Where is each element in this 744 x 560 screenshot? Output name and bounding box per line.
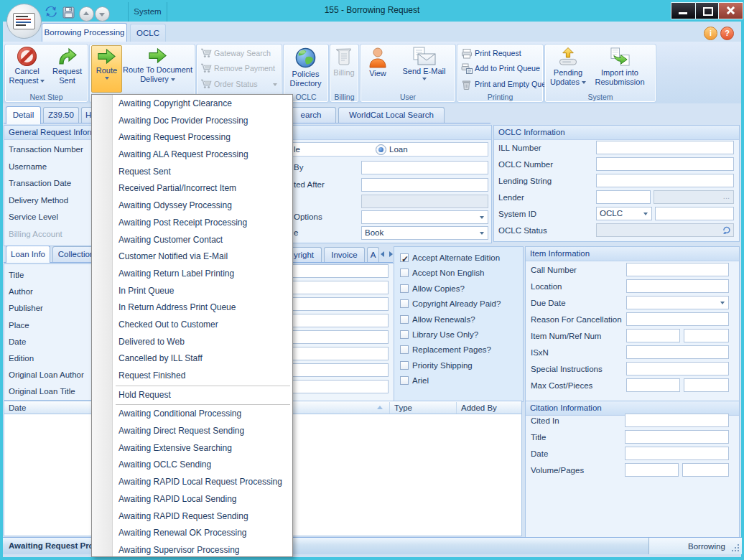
ill-number-input[interactable] <box>596 141 734 154</box>
document-type-dropdown[interactable]: Book <box>361 226 488 240</box>
max-cost-input[interactable] <box>626 378 680 392</box>
pages-input[interactable] <box>682 463 729 477</box>
checkbox-row[interactable]: Allow Renewals? <box>395 312 522 327</box>
about-icon[interactable]: i <box>704 27 717 40</box>
application-button[interactable] <box>6 4 42 39</box>
menu-item[interactable]: Awaiting RAPID Request Sending <box>92 508 292 526</box>
options-dropdown[interactable] <box>361 210 488 224</box>
refresh-button[interactable] <box>45 6 58 21</box>
isxn-input[interactable] <box>626 345 729 359</box>
column-header-added-by[interactable]: Added By <box>461 403 497 413</box>
tab-borrowing-processing[interactable]: Borrowing Processing <box>42 23 127 42</box>
menu-item[interactable]: Awaiting OCLC Sending <box>92 457 292 474</box>
call-number-input[interactable] <box>626 263 729 276</box>
menu-item[interactable]: Awaiting RAPID Local Request Processing <box>92 474 292 491</box>
checkbox-row[interactable]: Copyright Already Paid? <box>395 297 522 312</box>
send-email-button[interactable]: Send E-Mail <box>394 45 454 91</box>
oclc-number-input[interactable] <box>596 157 734 171</box>
special-instructions-input[interactable] <box>626 362 729 375</box>
menu-item[interactable]: Awaiting ALA Request Processing <box>92 146 292 164</box>
citation-date-input[interactable] <box>625 447 729 460</box>
print-and-empty-queue-button[interactable]: Print and Empty Queue <box>460 77 541 92</box>
menu-item[interactable]: Request Finished <box>92 368 292 385</box>
menu-item[interactable]: Awaiting RAPID Local Sending <box>92 491 292 508</box>
policies-directory-button[interactable]: Policies Directory <box>284 45 327 91</box>
pieces-input[interactable] <box>684 378 729 392</box>
help-icon[interactable]: ? <box>720 27 734 40</box>
checkbox[interactable] <box>400 330 409 339</box>
reason-for-cancellation-input[interactable] <box>626 312 729 326</box>
add-to-print-queue-button[interactable]: Add to Print Queue <box>460 61 541 76</box>
column-header-date[interactable]: Date <box>9 403 26 413</box>
lending-string-input[interactable] <box>596 174 734 187</box>
menu-item[interactable]: Awaiting Copyright Clearance <box>92 95 292 113</box>
checkbox[interactable] <box>400 345 409 354</box>
expand-down-button[interactable] <box>95 6 110 22</box>
menu-item[interactable]: Awaiting Conditional Processing <box>92 406 292 423</box>
checkbox-row[interactable]: Priority Shipping <box>395 358 522 373</box>
menu-item[interactable]: Checked Out to Customer <box>92 317 292 334</box>
tab-scroll-right-icon[interactable] <box>389 251 393 257</box>
checkbox[interactable] <box>400 284 409 293</box>
menu-item[interactable]: In Return Address Print Queue <box>92 299 292 317</box>
menu-item[interactable]: Awaiting Post Receipt Processing <box>92 215 292 232</box>
tab-detail[interactable]: Detail <box>6 106 41 124</box>
lender-input[interactable] <box>596 190 651 204</box>
location-input[interactable] <box>626 279 729 293</box>
menu-item[interactable]: Awaiting Direct Request Sending <box>92 423 292 440</box>
item-num-input[interactable] <box>626 329 680 342</box>
menu-item[interactable]: Awaiting Customer Contact <box>92 232 292 249</box>
tab-scroll-left-icon[interactable] <box>381 251 384 257</box>
checkbox[interactable] <box>400 253 409 262</box>
close-button[interactable] <box>718 2 743 19</box>
menu-item[interactable]: Received Partial/Incorrect Item <box>92 180 292 197</box>
needed-by-input[interactable] <box>361 161 488 174</box>
menu-item[interactable]: Awaiting Request Processing <box>92 129 292 146</box>
checkbox[interactable] <box>400 361 409 370</box>
menu-item[interactable]: Hold Request <box>92 387 292 404</box>
maximize-button[interactable] <box>695 2 719 19</box>
system-id-input[interactable] <box>655 207 734 220</box>
checkbox[interactable] <box>400 376 409 385</box>
tab-search-partial[interactable]: earch <box>286 107 336 123</box>
tab-loan-info[interactable]: Loan Info <box>6 246 50 263</box>
ref-num-input[interactable] <box>684 329 729 342</box>
menu-item[interactable]: Awaiting Supervisor Processing <box>92 542 292 557</box>
loan-radio[interactable] <box>376 144 386 155</box>
cited-in-input[interactable] <box>625 414 729 427</box>
checkbox-row[interactable]: Accept Alternate Edition <box>395 251 522 266</box>
menu-item[interactable]: Awaiting Doc Provider Processing <box>92 113 292 130</box>
minimize-button[interactable] <box>671 2 696 19</box>
tab-oclc[interactable]: OCLC <box>130 24 166 42</box>
menu-item[interactable]: Customer Notified via E-Mail <box>92 248 292 266</box>
system-menu-tab[interactable]: System <box>128 2 167 22</box>
checkbox-row[interactable]: Replacement Pages? <box>395 342 522 358</box>
menu-item[interactable]: Request Sent <box>92 164 292 181</box>
import-into-resubmission-button[interactable]: Import into Resubmission <box>591 45 648 91</box>
checkbox-row[interactable]: Allow Copies? <box>395 281 522 297</box>
citation-title-input[interactable] <box>625 430 729 444</box>
status-refresh-icon[interactable] <box>722 225 731 235</box>
menu-item[interactable]: Cancelled by ILL Staff <box>92 350 292 368</box>
menu-item[interactable]: In Print Queue <box>92 283 292 300</box>
save-button[interactable] <box>62 6 75 22</box>
not-wanted-after-input[interactable] <box>361 178 488 192</box>
menu-item[interactable]: Awaiting Renewal OK Processing <box>92 525 292 542</box>
route-to-document-delivery-button[interactable]: Route To Document Delivery <box>122 45 193 91</box>
print-request-button[interactable]: Print Request <box>460 46 541 61</box>
tab-worldcat-local-search[interactable]: WorldCat Local Search <box>338 107 445 123</box>
menu-item[interactable]: Awaiting Return Label Printing <box>92 266 292 283</box>
tab-invoice[interactable]: Invoice <box>324 247 365 262</box>
checkbox-row[interactable]: Ariel <box>395 373 522 388</box>
checkbox[interactable] <box>400 299 409 308</box>
system-id-dropdown[interactable]: OCLC <box>596 207 652 220</box>
collapse-up-button[interactable] <box>79 6 94 22</box>
column-header-type[interactable]: Type <box>394 403 412 413</box>
checkbox-row[interactable]: Accept Non English <box>395 266 522 281</box>
due-date-dropdown[interactable] <box>626 296 729 309</box>
checkbox-row[interactable]: Library Use Only? <box>395 327 522 342</box>
menu-item[interactable]: Awaiting Extensive Searching <box>92 440 292 457</box>
checkbox[interactable] <box>400 269 409 277</box>
checkbox[interactable] <box>400 315 409 324</box>
view-user-button[interactable]: View <box>363 45 393 91</box>
